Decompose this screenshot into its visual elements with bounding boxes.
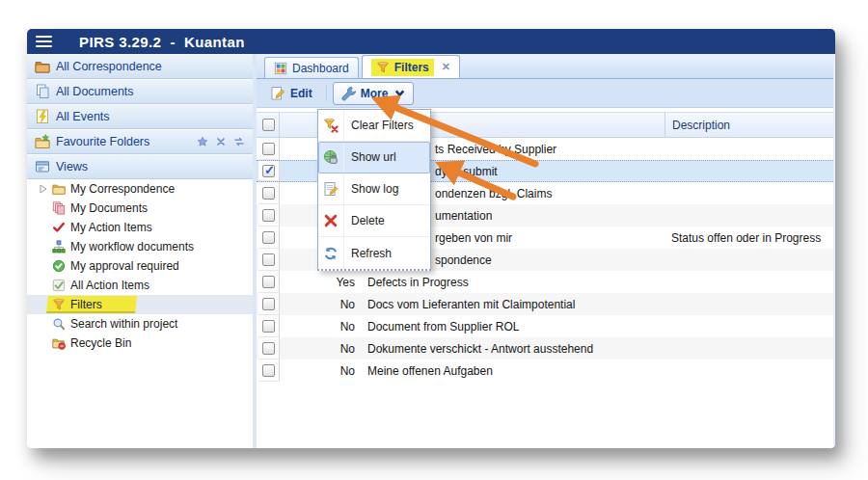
title-bar: PIRS 3.29.2 - Kuantan [27,29,835,54]
tree-item-label: My Correspondence [70,182,175,196]
documents-icon [35,84,50,99]
yellow-highlight: Filters [371,59,434,76]
header-checkbox-cell [258,113,280,137]
funnel-icon [376,61,390,74]
header-description-column[interactable]: Description [665,113,833,137]
sidebar-item-all-events[interactable]: All Events [27,104,253,129]
tree-item-my-workflow-documents[interactable]: My workflow documents [27,237,253,256]
tree-item-label: Recycle Bin [70,336,131,350]
menu-item-label: Show url [344,150,396,164]
row-checkbox[interactable] [262,364,275,377]
cell-default: Yes [280,276,363,289]
row-checkbox[interactable] [262,253,275,266]
menu-item-clear-filters[interactable]: Clear Filters [318,110,430,142]
select-all-checkbox[interactable] [262,119,275,131]
tree-item-my-correspondence[interactable]: My Correspondence [27,179,253,199]
refresh-icon[interactable] [233,136,245,147]
menu-item-label: Delete [344,214,385,227]
chevron-down-icon [393,87,406,99]
row-checkbox[interactable] [262,342,275,355]
delete-x-icon [323,213,339,228]
refresh-arrows-icon [323,246,339,261]
tree-item-filters[interactable]: Filters [27,295,253,314]
folder-icon [35,59,50,74]
tab-filters[interactable]: Filters ✕ [362,55,460,78]
main-panel: Dashboard Filters ✕ Edit [257,54,835,448]
views-icon [35,159,50,174]
clear-x-icon[interactable] [215,136,227,147]
toolbar: Edit More [257,79,833,108]
tree-item-label: Filters [70,298,102,311]
table-row[interactable]: No Docs vom Lieferanten mit Claimpotenti… [257,293,833,315]
row-checkbox[interactable] [262,276,275,288]
table-row[interactable]: No Dokumente verschickt - Antwort ausste… [257,337,833,360]
event-lightning-icon [35,109,50,124]
cell-name: Document from Supplier ROL [363,320,665,333]
row-checkbox-checked[interactable] [262,165,275,177]
search-icon [52,317,66,331]
tree-item-my-documents[interactable]: My Documents [27,199,253,218]
sidebar-section-label: All Events [56,110,110,123]
sidebar-item-all-documents[interactable]: All Documents [27,79,253,104]
cell-name: Dokumente verschickt - Antwort ausstehen… [363,342,665,356]
menu-item-show-url[interactable]: Show url [318,142,430,173]
close-tab-icon[interactable]: ✕ [442,61,450,73]
edit-button-label: Edit [290,87,312,100]
tree-item-recycle-bin[interactable]: Recycle Bin [27,333,253,353]
tree-item-my-approval-required[interactable]: My approval required [27,256,253,276]
tree-item-all-action-items[interactable]: All Action Items [27,276,253,295]
row-checkbox[interactable] [262,143,275,155]
menu-item-refresh[interactable]: Refresh [318,237,430,269]
app-title: PIRS 3.29.2 - Kuantan [79,34,245,50]
tree-item-search-within-project[interactable]: Search within project [27,314,253,333]
sidebar-item-views[interactable]: Views [27,154,253,179]
more-dropdown-menu: Clear Filters Show url Show log Delete [317,109,431,271]
log-pencil-icon [323,181,339,197]
edit-pencil-icon [270,86,285,101]
funnel-icon [52,298,66,311]
menu-item-label: Clear Filters [344,119,414,132]
approval-check-icon [52,259,66,273]
tree-item-my-action-items[interactable]: My Action Items [27,218,253,237]
cell-name: Defects in Progress [363,276,665,289]
sidebar-section-label: Views [56,160,88,173]
row-checkbox[interactable] [262,298,275,310]
row-checkbox[interactable] [262,209,275,222]
cell-default: No [280,342,363,356]
recycle-bin-icon [52,336,66,350]
sidebar-section-label: All Documents [56,85,134,98]
favourite-star-icon[interactable] [197,136,208,147]
menu-item-label: Show log [344,182,398,196]
tree-item-label: My approval required [70,259,179,273]
workflow-icon [52,240,66,253]
hamburger-menu-icon[interactable] [36,36,52,47]
row-checkbox[interactable] [262,320,275,333]
row-checkbox[interactable] [262,231,275,244]
tree-item-label: My Action Items [70,221,152,234]
tree-item-label: My workflow documents [70,240,194,253]
tree-item-label: My Documents [70,201,148,215]
table-row[interactable]: Yes Defects in Progress [257,271,833,293]
check-box-icon [52,279,66,292]
edit-button[interactable]: Edit [262,82,320,105]
tab-label: Dashboard [292,62,349,75]
sidebar-item-favourite-folders[interactable]: Favourite Folders [27,129,253,154]
wrench-icon [340,86,356,101]
table-row[interactable]: No Document from Supplier ROL [257,315,833,337]
documents-icon [52,201,66,215]
menu-item-label: Refresh [344,247,392,260]
cell-default: No [280,298,363,311]
sidebar-item-all-correspondence[interactable]: All Correspondence [27,54,253,79]
filters-grid: Description ts Received by Supplier dy t… [257,108,833,448]
menu-item-delete[interactable]: Delete [318,205,430,237]
expand-caret-icon[interactable] [40,184,47,194]
tab-dashboard[interactable]: Dashboard [264,57,359,78]
tab-strip: Dashboard Filters ✕ [257,54,833,79]
row-checkbox[interactable] [262,187,275,200]
table-row[interactable]: No Meine offenen Aufgaben [257,360,833,382]
cell-default: No [280,364,363,378]
dashboard-grid-icon [274,62,287,75]
tab-label: Filters [394,61,429,74]
more-button[interactable]: More [333,82,415,105]
menu-item-show-log[interactable]: Show log [318,173,430,205]
